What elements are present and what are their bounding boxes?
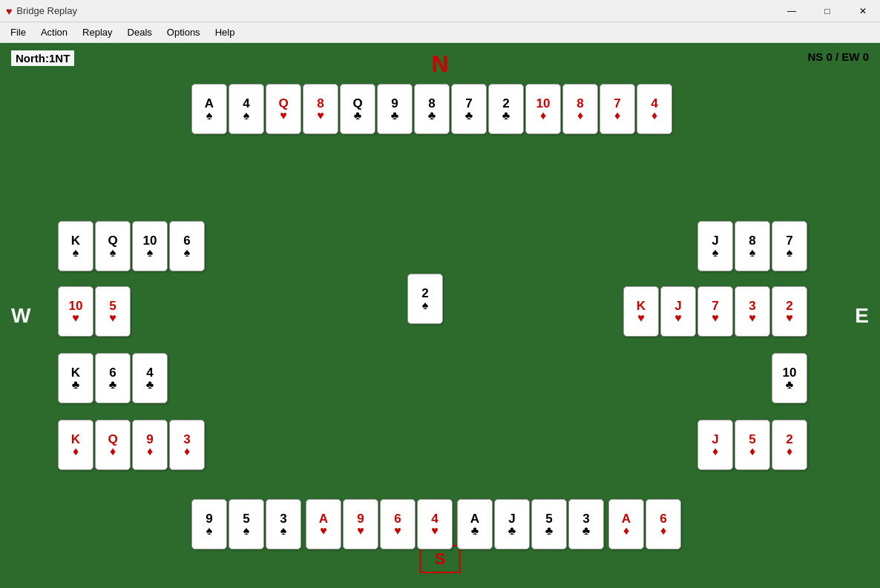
card[interactable]: 8♦	[562, 84, 598, 134]
north-hand: A♠ 4♠ Q♥ 8♥ Q♣ 9♣ 8♣ 7♣ 2♣ 10♦ 8♦ 7♦ 4♦	[191, 84, 672, 134]
card[interactable]: Q♠	[95, 221, 131, 271]
card[interactable]: 9♦	[132, 420, 168, 470]
menu-options[interactable]: Options	[160, 24, 208, 41]
minimize-button[interactable]: —	[775, 0, 809, 22]
game-area: North:1NT NS 0 / EW 0 N W E S A♠ 4♠ Q♥ 8…	[0, 43, 880, 588]
card[interactable]: 9♥	[343, 499, 378, 549]
card[interactable]: 4♥	[417, 499, 453, 549]
card[interactable]: 10♥	[58, 286, 93, 337]
card[interactable]: 2♥	[772, 286, 807, 337]
card[interactable]: A♠	[191, 84, 227, 134]
card[interactable]: 4♣	[132, 353, 168, 403]
card[interactable]: 9♠	[191, 499, 227, 549]
card[interactable]: A♦	[608, 499, 644, 549]
card[interactable]: Q♥	[266, 84, 301, 134]
card[interactable]: 10♠	[132, 221, 168, 271]
card[interactable]: 9♣	[377, 84, 413, 134]
card[interactable]: 4♦	[637, 84, 672, 134]
card[interactable]: K♠	[58, 221, 93, 271]
card[interactable]: J♣	[494, 499, 530, 549]
menu-file[interactable]: File	[3, 24, 33, 41]
window-controls: — □ ✕	[775, 0, 880, 22]
south-spades: 9♠ 5♠ 3♠	[191, 499, 301, 549]
app-icon: ♥	[6, 5, 12, 17]
contract-label: North:1NT	[11, 50, 74, 66]
card[interactable]: 3♦	[169, 420, 205, 470]
menu-help[interactable]: Help	[208, 24, 243, 41]
west-clubs: K♣ 6♣ 4♣	[58, 353, 168, 403]
east-hearts: K♥ J♥ 7♥ 3♥ 2♥	[623, 286, 807, 337]
direction-east: E	[855, 304, 869, 328]
east-diamonds: J♦ 5♦ 2♦	[697, 420, 807, 470]
west-hearts: 10♥ 5♥	[58, 286, 131, 337]
card[interactable]: 5♠	[229, 499, 264, 549]
menu-action[interactable]: Action	[33, 24, 75, 41]
played-card[interactable]: 2♠	[407, 274, 443, 324]
card[interactable]: 2♣	[488, 84, 524, 134]
menu-replay[interactable]: Replay	[75, 24, 119, 41]
card[interactable]: 7♣	[451, 84, 487, 134]
menubar: File Action Replay Deals Options Help	[0, 22, 880, 43]
east-spades: J♠ 8♠ 7♠	[697, 221, 807, 271]
card[interactable]: 3♣	[568, 499, 604, 549]
card[interactable]: J♦	[697, 420, 733, 470]
card[interactable]: 7♥	[697, 286, 733, 337]
card[interactable]: 6♦	[646, 499, 681, 549]
card[interactable]: K♦	[58, 420, 93, 470]
west-spades: K♠ Q♠ 10♠ 6♠	[58, 221, 205, 271]
card[interactable]: 7♦	[600, 84, 635, 134]
card[interactable]: 3♠	[266, 499, 301, 549]
direction-north: N	[431, 50, 448, 78]
card[interactable]: K♥	[623, 286, 659, 337]
card[interactable]: J♥	[660, 286, 696, 337]
card[interactable]: 5♣	[531, 499, 567, 549]
card[interactable]: 10♣	[772, 353, 807, 403]
card[interactable]: 10♦	[525, 84, 561, 134]
close-button[interactable]: ✕	[846, 0, 880, 22]
card[interactable]: K♣	[58, 353, 93, 403]
card[interactable]: 5♥	[95, 286, 131, 337]
titlebar: ♥ Bridge Replay — □ ✕	[0, 0, 880, 22]
card[interactable]: 6♣	[95, 353, 131, 403]
west-diamonds: K♦ Q♦ 9♦ 3♦	[58, 420, 205, 470]
app-title: Bridge Replay	[16, 5, 874, 16]
card[interactable]: 5♦	[735, 420, 770, 470]
center-card: 2♠	[407, 274, 443, 324]
card[interactable]: 2♦	[772, 420, 807, 470]
south-hearts: A♥ 9♥ 6♥ 4♥	[306, 499, 453, 549]
south-clubs: A♣ J♣ 5♣ 3♣	[457, 499, 604, 549]
east-clubs: 10♣	[772, 353, 807, 403]
south-diamonds: A♦ 6♦	[608, 499, 681, 549]
card[interactable]: 6♥	[380, 499, 416, 549]
card[interactable]: 3♥	[735, 286, 770, 337]
card[interactable]: 6♠	[169, 221, 205, 271]
card[interactable]: Q♣	[340, 84, 375, 134]
card[interactable]: 8♠	[735, 221, 770, 271]
card[interactable]: A♣	[457, 499, 493, 549]
card[interactable]: 4♠	[229, 84, 264, 134]
card[interactable]: Q♦	[95, 420, 131, 470]
card[interactable]: 8♥	[303, 84, 338, 134]
card[interactable]: 8♣	[414, 84, 450, 134]
score-display: NS 0 / EW 0	[807, 50, 869, 63]
direction-west: W	[11, 304, 30, 328]
card[interactable]: J♠	[697, 221, 733, 271]
maximize-button[interactable]: □	[810, 0, 844, 22]
card[interactable]: A♥	[306, 499, 341, 549]
card[interactable]: 7♠	[772, 221, 807, 271]
menu-deals[interactable]: Deals	[120, 24, 160, 41]
